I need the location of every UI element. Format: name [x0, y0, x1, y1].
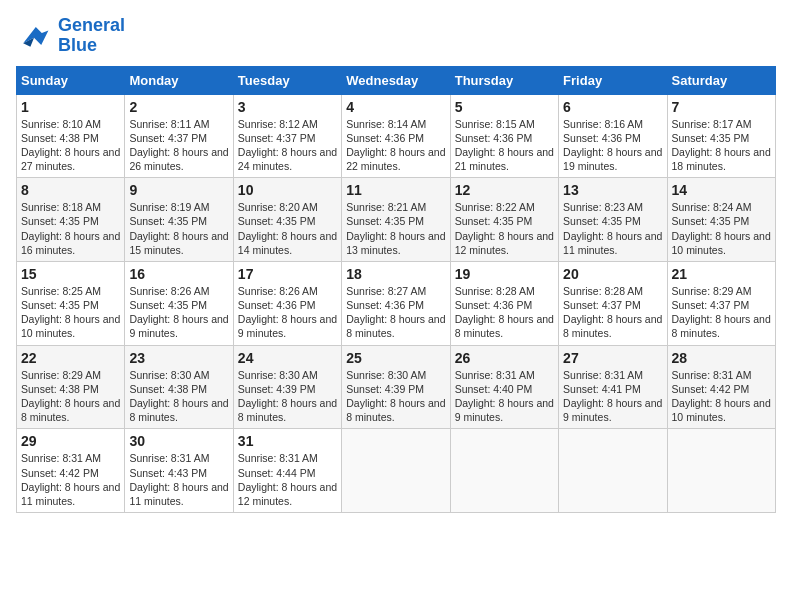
- day-info: Sunrise: 8:12 AMSunset: 4:37 PMDaylight:…: [238, 117, 337, 174]
- calendar-week-row: 15 Sunrise: 8:25 AMSunset: 4:35 PMDaylig…: [17, 261, 776, 345]
- logo-icon: [16, 18, 52, 54]
- day-info: Sunrise: 8:31 AMSunset: 4:42 PMDaylight:…: [21, 451, 120, 508]
- day-number: 7: [672, 99, 771, 115]
- calendar-day-cell: [342, 429, 450, 513]
- day-info: Sunrise: 8:31 AMSunset: 4:40 PMDaylight:…: [455, 368, 554, 425]
- calendar-day-cell: 20 Sunrise: 8:28 AMSunset: 4:37 PMDaylig…: [559, 261, 667, 345]
- day-info: Sunrise: 8:24 AMSunset: 4:35 PMDaylight:…: [672, 200, 771, 257]
- calendar-day-cell: 31 Sunrise: 8:31 AMSunset: 4:44 PMDaylig…: [233, 429, 341, 513]
- calendar-week-row: 22 Sunrise: 8:29 AMSunset: 4:38 PMDaylig…: [17, 345, 776, 429]
- day-number: 25: [346, 350, 445, 366]
- logo-text: General Blue: [58, 16, 125, 56]
- weekday-header-cell: Tuesday: [233, 66, 341, 94]
- weekday-header-cell: Saturday: [667, 66, 775, 94]
- calendar-day-cell: 18 Sunrise: 8:27 AMSunset: 4:36 PMDaylig…: [342, 261, 450, 345]
- day-number: 22: [21, 350, 120, 366]
- weekday-header-cell: Friday: [559, 66, 667, 94]
- calendar-day-cell: 30 Sunrise: 8:31 AMSunset: 4:43 PMDaylig…: [125, 429, 233, 513]
- day-info: Sunrise: 8:30 AMSunset: 4:39 PMDaylight:…: [346, 368, 445, 425]
- day-info: Sunrise: 8:29 AMSunset: 4:37 PMDaylight:…: [672, 284, 771, 341]
- calendar-day-cell: 17 Sunrise: 8:26 AMSunset: 4:36 PMDaylig…: [233, 261, 341, 345]
- day-info: Sunrise: 8:31 AMSunset: 4:44 PMDaylight:…: [238, 451, 337, 508]
- day-number: 21: [672, 266, 771, 282]
- day-info: Sunrise: 8:29 AMSunset: 4:38 PMDaylight:…: [21, 368, 120, 425]
- calendar-week-row: 1 Sunrise: 8:10 AMSunset: 4:38 PMDayligh…: [17, 94, 776, 178]
- day-info: Sunrise: 8:10 AMSunset: 4:38 PMDaylight:…: [21, 117, 120, 174]
- day-number: 2: [129, 99, 228, 115]
- day-number: 26: [455, 350, 554, 366]
- day-number: 12: [455, 182, 554, 198]
- calendar-day-cell: [450, 429, 558, 513]
- day-number: 15: [21, 266, 120, 282]
- day-number: 5: [455, 99, 554, 115]
- day-info: Sunrise: 8:26 AMSunset: 4:36 PMDaylight:…: [238, 284, 337, 341]
- day-number: 6: [563, 99, 662, 115]
- weekday-header-cell: Monday: [125, 66, 233, 94]
- day-number: 28: [672, 350, 771, 366]
- day-info: Sunrise: 8:19 AMSunset: 4:35 PMDaylight:…: [129, 200, 228, 257]
- calendar-body: 1 Sunrise: 8:10 AMSunset: 4:38 PMDayligh…: [17, 94, 776, 512]
- day-number: 8: [21, 182, 120, 198]
- day-number: 3: [238, 99, 337, 115]
- day-number: 20: [563, 266, 662, 282]
- calendar-day-cell: 26 Sunrise: 8:31 AMSunset: 4:40 PMDaylig…: [450, 345, 558, 429]
- day-info: Sunrise: 8:28 AMSunset: 4:37 PMDaylight:…: [563, 284, 662, 341]
- day-number: 27: [563, 350, 662, 366]
- day-info: Sunrise: 8:22 AMSunset: 4:35 PMDaylight:…: [455, 200, 554, 257]
- calendar-day-cell: 21 Sunrise: 8:29 AMSunset: 4:37 PMDaylig…: [667, 261, 775, 345]
- day-info: Sunrise: 8:31 AMSunset: 4:42 PMDaylight:…: [672, 368, 771, 425]
- calendar-day-cell: 16 Sunrise: 8:26 AMSunset: 4:35 PMDaylig…: [125, 261, 233, 345]
- day-number: 1: [21, 99, 120, 115]
- day-info: Sunrise: 8:17 AMSunset: 4:35 PMDaylight:…: [672, 117, 771, 174]
- day-info: Sunrise: 8:11 AMSunset: 4:37 PMDaylight:…: [129, 117, 228, 174]
- day-info: Sunrise: 8:15 AMSunset: 4:36 PMDaylight:…: [455, 117, 554, 174]
- page-header: General Blue: [16, 16, 776, 56]
- day-info: Sunrise: 8:30 AMSunset: 4:38 PMDaylight:…: [129, 368, 228, 425]
- day-number: 17: [238, 266, 337, 282]
- day-info: Sunrise: 8:20 AMSunset: 4:35 PMDaylight:…: [238, 200, 337, 257]
- calendar-day-cell: 9 Sunrise: 8:19 AMSunset: 4:35 PMDayligh…: [125, 178, 233, 262]
- day-info: Sunrise: 8:27 AMSunset: 4:36 PMDaylight:…: [346, 284, 445, 341]
- calendar-day-cell: 14 Sunrise: 8:24 AMSunset: 4:35 PMDaylig…: [667, 178, 775, 262]
- weekday-header-row: SundayMondayTuesdayWednesdayThursdayFrid…: [17, 66, 776, 94]
- calendar-day-cell: 29 Sunrise: 8:31 AMSunset: 4:42 PMDaylig…: [17, 429, 125, 513]
- calendar-day-cell: 6 Sunrise: 8:16 AMSunset: 4:36 PMDayligh…: [559, 94, 667, 178]
- day-info: Sunrise: 8:16 AMSunset: 4:36 PMDaylight:…: [563, 117, 662, 174]
- day-number: 10: [238, 182, 337, 198]
- calendar-week-row: 8 Sunrise: 8:18 AMSunset: 4:35 PMDayligh…: [17, 178, 776, 262]
- calendar-week-row: 29 Sunrise: 8:31 AMSunset: 4:42 PMDaylig…: [17, 429, 776, 513]
- day-number: 11: [346, 182, 445, 198]
- calendar-day-cell: 3 Sunrise: 8:12 AMSunset: 4:37 PMDayligh…: [233, 94, 341, 178]
- calendar-day-cell: 7 Sunrise: 8:17 AMSunset: 4:35 PMDayligh…: [667, 94, 775, 178]
- calendar-day-cell: 25 Sunrise: 8:30 AMSunset: 4:39 PMDaylig…: [342, 345, 450, 429]
- calendar-day-cell: 11 Sunrise: 8:21 AMSunset: 4:35 PMDaylig…: [342, 178, 450, 262]
- day-number: 30: [129, 433, 228, 449]
- day-number: 29: [21, 433, 120, 449]
- calendar-day-cell: 12 Sunrise: 8:22 AMSunset: 4:35 PMDaylig…: [450, 178, 558, 262]
- calendar-day-cell: 24 Sunrise: 8:30 AMSunset: 4:39 PMDaylig…: [233, 345, 341, 429]
- logo: General Blue: [16, 16, 125, 56]
- day-number: 24: [238, 350, 337, 366]
- calendar-day-cell: [559, 429, 667, 513]
- day-number: 14: [672, 182, 771, 198]
- calendar-day-cell: 1 Sunrise: 8:10 AMSunset: 4:38 PMDayligh…: [17, 94, 125, 178]
- calendar-day-cell: 27 Sunrise: 8:31 AMSunset: 4:41 PMDaylig…: [559, 345, 667, 429]
- calendar-table: SundayMondayTuesdayWednesdayThursdayFrid…: [16, 66, 776, 513]
- calendar-day-cell: 22 Sunrise: 8:29 AMSunset: 4:38 PMDaylig…: [17, 345, 125, 429]
- day-number: 19: [455, 266, 554, 282]
- calendar-day-cell: 4 Sunrise: 8:14 AMSunset: 4:36 PMDayligh…: [342, 94, 450, 178]
- weekday-header-cell: Thursday: [450, 66, 558, 94]
- calendar-day-cell: 23 Sunrise: 8:30 AMSunset: 4:38 PMDaylig…: [125, 345, 233, 429]
- day-number: 4: [346, 99, 445, 115]
- calendar-day-cell: 10 Sunrise: 8:20 AMSunset: 4:35 PMDaylig…: [233, 178, 341, 262]
- day-number: 13: [563, 182, 662, 198]
- day-info: Sunrise: 8:30 AMSunset: 4:39 PMDaylight:…: [238, 368, 337, 425]
- day-info: Sunrise: 8:31 AMSunset: 4:43 PMDaylight:…: [129, 451, 228, 508]
- calendar-day-cell: 8 Sunrise: 8:18 AMSunset: 4:35 PMDayligh…: [17, 178, 125, 262]
- day-info: Sunrise: 8:18 AMSunset: 4:35 PMDaylight:…: [21, 200, 120, 257]
- calendar-day-cell: 19 Sunrise: 8:28 AMSunset: 4:36 PMDaylig…: [450, 261, 558, 345]
- day-info: Sunrise: 8:26 AMSunset: 4:35 PMDaylight:…: [129, 284, 228, 341]
- day-number: 23: [129, 350, 228, 366]
- weekday-header-cell: Sunday: [17, 66, 125, 94]
- calendar-day-cell: 15 Sunrise: 8:25 AMSunset: 4:35 PMDaylig…: [17, 261, 125, 345]
